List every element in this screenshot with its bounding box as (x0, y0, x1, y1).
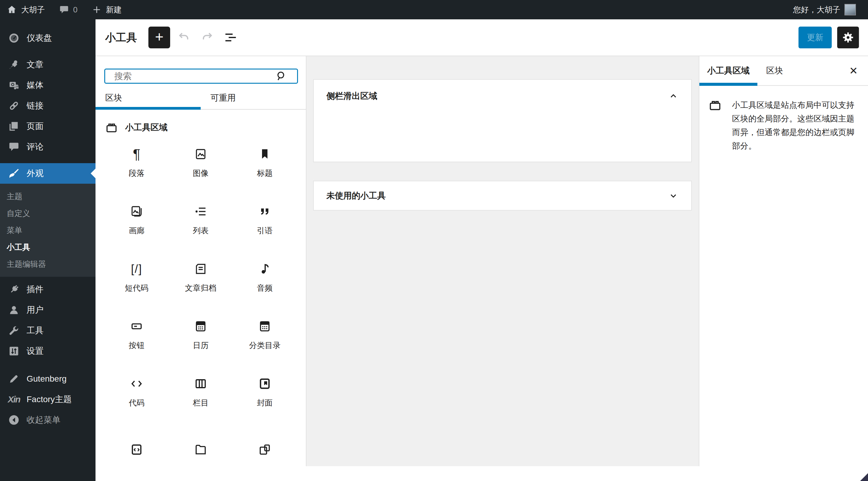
block-item-button[interactable]: 按钮 (104, 306, 168, 363)
sidebar-item-label: 媒体 (27, 79, 43, 91)
block-item-calendar[interactable]: 日历 (168, 306, 233, 363)
sidebar-item-pages[interactable]: 页面 (0, 116, 95, 136)
block-item-paragraph[interactable]: ¶ 段落 (104, 134, 168, 191)
block-item-code[interactable]: 代码 (104, 363, 168, 421)
pushpin-icon (8, 59, 20, 71)
submenu-item-menus[interactable]: 菜单 (0, 222, 95, 239)
settings-sidebar-tabs: 小工具区域 区块 ✕ (700, 56, 868, 86)
submenu-item-theme-editor[interactable]: 主题编辑器 (0, 256, 95, 272)
sidebar-item-label: Gutenberg (27, 374, 66, 384)
admin-menu: 仪表盘 文章 媒体 链接 页面 (0, 19, 95, 481)
admin-bar-greeting: 您好，大胡子 (793, 4, 840, 15)
sidebar-item-media[interactable]: 媒体 (0, 75, 95, 95)
block-item-cover[interactable]: 封面 (233, 363, 297, 421)
quote-icon (257, 204, 272, 219)
admin-bar-new[interactable]: 新建 (85, 0, 129, 19)
folder-icon (193, 442, 208, 457)
shortcode-icon: [/] (131, 262, 142, 276)
block-item-partial-file[interactable] (168, 421, 233, 466)
admin-bar-comments[interactable]: 0 (52, 0, 85, 19)
sidebar-item-label: 工具 (27, 325, 43, 336)
search-input[interactable] (114, 71, 270, 81)
tab-block[interactable]: 区块 (757, 56, 792, 85)
list-icon (193, 204, 208, 219)
sidebar-item-label: 仪表盘 (27, 32, 52, 44)
tab-reusable[interactable]: 可重用 (201, 87, 306, 109)
block-item-heading[interactable]: 标题 (233, 134, 297, 191)
widget-area-header[interactable]: 侧栏滑出区域 (314, 80, 691, 113)
sidebar-item-label: 链接 (27, 100, 43, 111)
admin-bar-new-label: 新建 (106, 4, 122, 15)
image-icon (193, 147, 208, 161)
admin-bar-site-name: 大胡子 (21, 4, 45, 15)
chain-icon (8, 100, 20, 112)
archives-icon (193, 262, 208, 276)
submenu-item-customize[interactable]: 自定义 (0, 205, 95, 222)
sidebar-item-plugins[interactable]: 插件 (0, 279, 95, 300)
editor-canvas: 侧栏滑出区域 未使用的小工具 (306, 56, 699, 466)
undo-button[interactable] (175, 28, 194, 47)
submenu-item-themes[interactable]: 主题 (0, 188, 95, 205)
block-item-image[interactable]: 图像 (168, 134, 233, 191)
current-menu-arrow (91, 169, 95, 178)
comments-icon (8, 141, 20, 153)
sliders-icon (8, 345, 20, 357)
sidebar-item-label: 设置 (27, 345, 43, 357)
search-icon (275, 69, 288, 83)
block-item-partial-group[interactable] (233, 421, 297, 466)
code-icon (129, 377, 144, 391)
block-item-columns[interactable]: 栏目 (168, 363, 233, 421)
sidebar-item-label: 文章 (27, 59, 43, 70)
settings-toggle-button[interactable] (837, 27, 859, 49)
widget-area-icon (105, 121, 118, 134)
sidebar-item-appearance[interactable]: 外观 (0, 163, 95, 184)
sidebar-item-gutenberg[interactable]: Gutenberg (0, 368, 95, 389)
sidebar-item-tools[interactable]: 工具 (0, 320, 95, 341)
sidebar-item-links[interactable]: 链接 (0, 95, 95, 116)
media-icon (8, 79, 20, 91)
sidebar-item-collapse-menu[interactable]: 收起菜单 (0, 410, 95, 430)
block-item-shortcode[interactable]: [/] 短代码 (104, 249, 168, 306)
submenu-item-widgets[interactable]: 小工具 (0, 239, 95, 256)
sidebar-item-comments[interactable]: 评论 (0, 136, 95, 157)
sidebar-item-xin-factory-theme[interactable]: Xin Factory主题 (0, 389, 95, 410)
sidebar-item-users[interactable]: 用户 (0, 300, 95, 320)
block-item-list[interactable]: 列表 (168, 191, 233, 249)
block-item-categories[interactable]: 分类目录 (233, 306, 297, 363)
sidebar-item-label: 插件 (27, 284, 43, 295)
widget-area-description: 小工具区域是站点布局中可以支持区块的全局部分。这些区域因主题而异，但通常都是您的… (732, 98, 860, 153)
calendar-icon (193, 319, 208, 333)
block-item-archives[interactable]: 文章归档 (168, 249, 233, 306)
collapse-icon (8, 414, 20, 426)
dashboard-icon (8, 32, 20, 44)
sidebar-item-settings[interactable]: 设置 (0, 341, 95, 361)
blocks-grid: ¶ 段落 图像 标题 (95, 134, 306, 466)
tab-widget-area[interactable]: 小工具区域 (700, 56, 757, 85)
list-view-button[interactable] (220, 28, 240, 47)
block-item-gallery[interactable]: 画廊 (104, 191, 168, 249)
admin-bar: 大胡子 0 新建 您好，大胡子 (0, 0, 868, 19)
block-item-partial-custom-html[interactable] (104, 421, 168, 466)
sidebar-item-label: 外观 (27, 168, 43, 179)
section-title: 小工具区域 (125, 122, 167, 133)
list-view-icon (222, 30, 238, 45)
block-item-audio[interactable]: 音频 (233, 249, 297, 306)
update-button[interactable]: 更新 (799, 27, 832, 49)
sidebar-item-posts[interactable]: 文章 (0, 54, 95, 75)
block-inserter-toggle-button[interactable]: + (148, 27, 170, 49)
admin-bar-account[interactable]: 您好，大胡子 (786, 4, 863, 15)
tab-blocks[interactable]: 区块 (95, 87, 201, 109)
sidebar-item-label: 评论 (27, 141, 43, 153)
redo-button[interactable] (197, 28, 217, 47)
mouse-cursor (860, 473, 868, 481)
bookmark-icon (257, 147, 272, 161)
xin-logo: Xin (8, 393, 20, 406)
widget-area-header[interactable]: 未使用的小工具 (314, 181, 691, 210)
block-item-quote[interactable]: 引语 (233, 191, 297, 249)
brush-icon (8, 167, 20, 180)
admin-bar-site-link[interactable]: 大胡子 (0, 0, 52, 19)
widget-area-section-header: 小工具区域 (105, 121, 296, 134)
close-sidebar-button[interactable]: ✕ (844, 62, 863, 80)
cover-icon (257, 377, 272, 391)
sidebar-item-dashboard[interactable]: 仪表盘 (0, 28, 95, 49)
